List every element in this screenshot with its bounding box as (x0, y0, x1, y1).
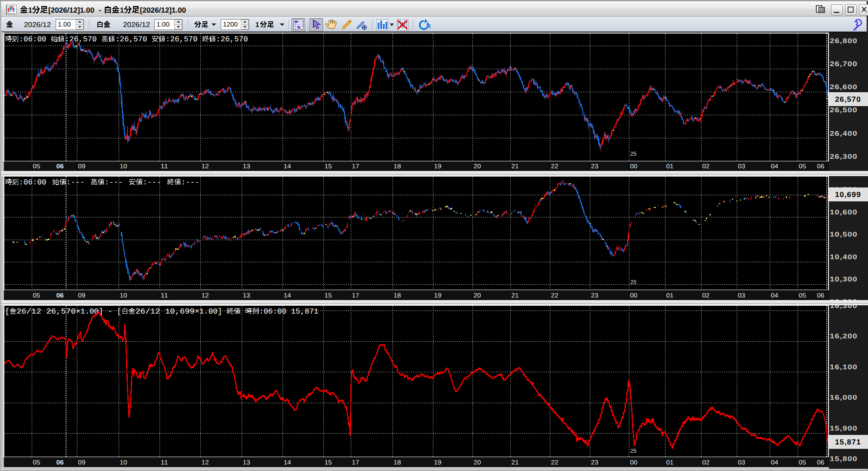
svg-text:22: 22 (551, 292, 559, 299)
svg-text:1.00: 1.00 (58, 21, 71, 28)
svg-text:06: 06 (57, 292, 64, 299)
svg-text:19: 19 (434, 163, 442, 170)
svg-text:26/12 10,699: 26/12 10,699 (135, 307, 195, 316)
svg-text:04: 04 (771, 459, 778, 466)
svg-text:26,500: 26,500 (830, 107, 858, 114)
svg-text:26,400: 26,400 (830, 130, 858, 137)
svg-text:05: 05 (799, 459, 806, 466)
svg-text:21: 21 (512, 163, 519, 170)
svg-text:05: 05 (799, 163, 806, 170)
svg-text:11: 11 (161, 163, 168, 170)
svg-text:06: 06 (57, 459, 64, 466)
svg-text:01: 01 (666, 459, 674, 466)
svg-text:00: 00 (630, 163, 638, 170)
svg-text::---: :--- (66, 178, 84, 187)
svg-text:23: 23 (591, 459, 599, 466)
svg-text:25: 25 (630, 150, 636, 157)
svg-text::26,570: :26,570 (115, 35, 147, 44)
svg-text:14: 14 (284, 459, 291, 466)
svg-text::26,570: :26,570 (216, 35, 248, 44)
svg-text:23: 23 (591, 163, 599, 170)
svg-text:25: 25 (630, 279, 636, 285)
svg-text:×1.00]: ×1.00] (195, 307, 222, 316)
svg-text::06:00 15,871: :06:00 15,871 (259, 307, 319, 316)
svg-text:10,699: 10,699 (835, 190, 861, 199)
svg-text:02: 02 (702, 459, 710, 466)
svg-text::---: :--- (181, 178, 199, 187)
svg-text:26,570: 26,570 (835, 95, 861, 104)
svg-text:10: 10 (120, 163, 127, 170)
svg-text:20: 20 (474, 292, 481, 299)
svg-text:[: [ (5, 307, 10, 316)
svg-text::26,570: :26,570 (65, 35, 97, 44)
svg-text:10: 10 (120, 292, 127, 299)
svg-text:16,100: 16,100 (830, 364, 858, 371)
svg-text:05: 05 (33, 163, 40, 170)
svg-text:14: 14 (284, 163, 291, 170)
svg-text:02: 02 (702, 292, 710, 299)
svg-text:1: 1 (120, 6, 124, 14)
svg-text:06: 06 (817, 459, 825, 466)
svg-text:12: 12 (202, 292, 209, 299)
svg-text:04: 04 (771, 163, 778, 170)
svg-text:1: 1 (256, 21, 259, 29)
svg-text:06: 06 (57, 163, 64, 170)
svg-text:1.00: 1.00 (156, 21, 170, 28)
svg-text:10,400: 10,400 (830, 254, 858, 261)
svg-text:17: 17 (352, 459, 359, 466)
svg-text:15,871: 15,871 (835, 438, 861, 446)
svg-text:02: 02 (702, 163, 710, 170)
svg-text:13: 13 (243, 459, 250, 466)
svg-text:26,300: 26,300 (830, 153, 858, 160)
svg-text:-: - (99, 6, 101, 14)
svg-text:18: 18 (394, 163, 401, 170)
svg-text:00: 00 (630, 459, 638, 466)
svg-text:05: 05 (33, 292, 40, 299)
svg-text:21: 21 (512, 292, 519, 299)
svg-text:1200: 1200 (223, 21, 238, 28)
svg-text:26,800: 26,800 (830, 37, 858, 45)
svg-text:09: 09 (78, 292, 86, 299)
svg-text:09: 09 (78, 459, 86, 466)
svg-text:15,900: 15,900 (830, 425, 858, 432)
svg-text:18: 18 (394, 459, 401, 466)
svg-text:12: 12 (202, 459, 209, 466)
svg-text:15: 15 (325, 459, 332, 466)
svg-text:00: 00 (630, 292, 638, 299)
svg-text:01: 01 (666, 163, 674, 170)
svg-text:26,600: 26,600 (830, 84, 858, 91)
svg-text:20: 20 (474, 459, 481, 466)
svg-text:15: 15 (325, 292, 332, 299)
svg-text::---: :--- (104, 178, 123, 187)
svg-text:05: 05 (33, 459, 40, 466)
svg-text:10,600: 10,600 (830, 209, 858, 216)
svg-text:15,800: 15,800 (830, 455, 858, 463)
svg-text:2026/12: 2026/12 (123, 21, 150, 29)
svg-text::06:00: :06:00 (19, 35, 46, 44)
svg-text:19: 19 (434, 292, 442, 299)
svg-text::---: :--- (143, 178, 161, 187)
svg-text:26,700: 26,700 (830, 60, 858, 68)
svg-text:18: 18 (394, 292, 401, 299)
svg-text:1: 1 (28, 6, 32, 14)
svg-text:19: 19 (434, 459, 442, 466)
svg-text:20: 20 (474, 163, 481, 170)
svg-text:17: 17 (352, 292, 359, 299)
svg-text:06: 06 (817, 163, 825, 170)
svg-text:13: 13 (243, 163, 250, 170)
svg-text::26,570: :26,570 (166, 35, 198, 44)
svg-text:12: 12 (202, 163, 209, 170)
svg-text:03: 03 (738, 292, 745, 299)
svg-text:16,000: 16,000 (830, 394, 858, 401)
svg-text:22: 22 (551, 459, 559, 466)
svg-text:17: 17 (352, 163, 359, 170)
svg-text:10,300: 10,300 (830, 276, 858, 283)
svg-text:01: 01 (666, 292, 674, 299)
svg-text:R: R (426, 23, 431, 30)
svg-text:09: 09 (78, 163, 86, 170)
svg-text:23: 23 (591, 292, 599, 299)
svg-text:21: 21 (512, 459, 519, 466)
svg-text:10,500: 10,500 (830, 231, 858, 238)
svg-text:10: 10 (120, 459, 127, 466)
svg-text:11: 11 (161, 292, 168, 299)
